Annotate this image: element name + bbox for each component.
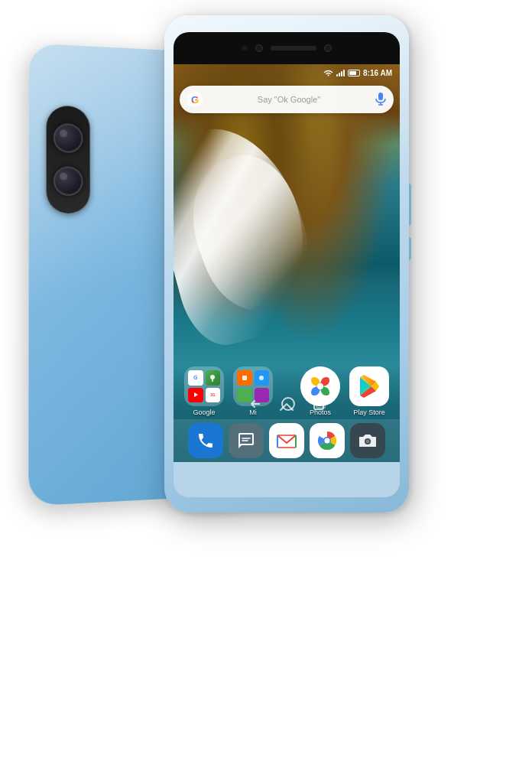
svg-rect-5	[242, 376, 247, 380]
mini-google: G	[188, 370, 203, 386]
messages-icon	[237, 431, 255, 450]
gmail-app[interactable]	[269, 423, 304, 458]
battery-icon	[348, 70, 360, 76]
svg-point-15	[365, 440, 369, 444]
status-time: 8:16 AM	[363, 69, 392, 77]
svg-point-7	[317, 383, 323, 389]
status-right: 8:16 AM	[323, 69, 392, 77]
dock	[174, 419, 400, 462]
speaker-grille	[271, 46, 316, 50]
status-bar: 8:16 AM	[174, 64, 400, 81]
wifi-icon	[323, 69, 333, 76]
mini-maps	[206, 370, 221, 386]
light-sensor	[324, 44, 332, 52]
nav-recents-button[interactable]	[313, 398, 326, 410]
top-bezel	[174, 32, 400, 64]
camera-app[interactable]	[350, 423, 385, 458]
svg-point-6	[259, 376, 264, 380]
sensor-dot	[242, 45, 248, 51]
nav-back-button[interactable]	[248, 396, 263, 412]
front-volume-button[interactable]	[409, 184, 411, 226]
google-search-bar[interactable]: G Say "Ok Google"	[180, 86, 394, 113]
svg-point-13	[324, 438, 329, 444]
phone-body: 8:16 AM G Say "Ok Google"	[164, 15, 409, 513]
mini-mi-2	[255, 370, 270, 386]
up-chevron-icon	[280, 402, 294, 412]
mi-app-icon	[242, 375, 248, 381]
camera-icon	[358, 433, 377, 448]
camera-lens-2	[54, 166, 83, 196]
bottom-bezel	[174, 462, 400, 497]
scene: 8:16 AM G Say "Ok Google"	[0, 0, 532, 765]
phone-front: 8:16 AM G Say "Ok Google"	[164, 15, 409, 513]
gmail-icon	[276, 432, 297, 449]
messages-app[interactable]	[229, 423, 264, 458]
camera-module	[47, 105, 90, 213]
chrome-icon	[316, 430, 338, 451]
svg-rect-0	[378, 93, 383, 100]
signal-icon	[336, 69, 345, 76]
screen[interactable]: 8:16 AM G Say "Ok Google"	[174, 64, 400, 465]
chrome-app[interactable]	[310, 423, 345, 458]
phone-app[interactable]	[188, 423, 223, 458]
google-g-letter: G	[191, 94, 199, 106]
mi-app2-icon	[258, 375, 264, 381]
maps-pin-icon	[209, 374, 216, 382]
google-g-logo: G	[187, 92, 203, 107]
battery-fill	[349, 71, 356, 75]
front-power-button[interactable]	[409, 237, 411, 260]
svg-point-3	[210, 375, 215, 379]
search-placeholder: Say "Ok Google"	[207, 95, 371, 104]
camera-lens-1	[54, 123, 83, 153]
microphone-icon	[375, 93, 386, 106]
phone-icon	[196, 431, 215, 450]
mini-mi-1	[237, 370, 252, 386]
front-camera	[255, 44, 263, 52]
up-arrow[interactable]	[279, 399, 294, 415]
